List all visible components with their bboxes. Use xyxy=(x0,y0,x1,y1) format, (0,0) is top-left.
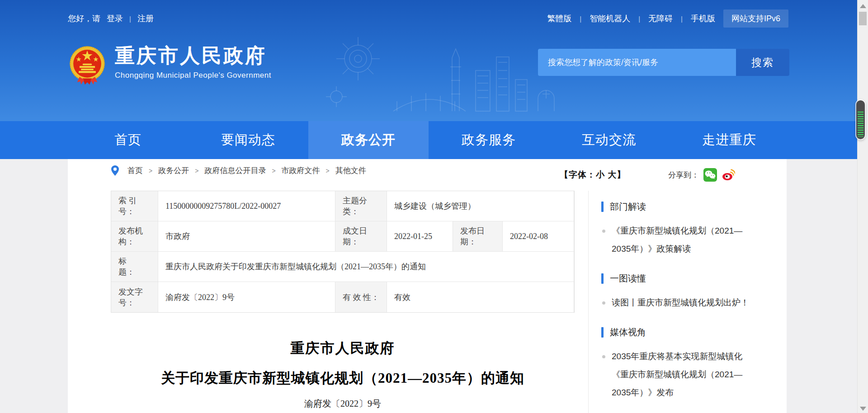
site-page: 您好，请 登录 | 注册 繁體版 | 智能机器人 | 无障碍 | 手机版 网站支… xyxy=(0,0,857,413)
font-size-suffix: 】 xyxy=(617,170,626,179)
separator: | xyxy=(681,15,683,23)
greeting-text: 您好，请 xyxy=(68,13,100,24)
register-link[interactable]: 注册 xyxy=(137,13,154,24)
nav-item-services[interactable]: 政务服务 xyxy=(429,121,549,159)
search-input[interactable] xyxy=(538,49,736,76)
sidebar-section-dept-interpretation: 部门解读 《重庆市新型城镇化规划（2021—2035年）》政策解读 xyxy=(601,201,782,258)
meta-index-value: 11500000009275780L/2022-00027 xyxy=(158,191,335,221)
crumb-city-documents[interactable]: 市政府文件 xyxy=(282,165,320,176)
section-accent-bar xyxy=(601,327,604,338)
sidebar-link[interactable]: 《重庆市新型城镇化规划（2021—2035年）》政策解读 xyxy=(612,222,751,258)
separator: | xyxy=(129,15,131,23)
section-title-text: 部门解读 xyxy=(610,201,646,213)
utility-links: 繁體版 | 智能机器人 | 无障碍 | 手机版 网站支持IPv6 xyxy=(547,9,788,28)
bullet-icon xyxy=(602,301,605,305)
section-accent-bar xyxy=(601,202,604,212)
font-larger-button[interactable]: 大 xyxy=(608,170,617,179)
document-title: 关于印发重庆市新型城镇化规划（2021—2035年）的通知 xyxy=(111,369,575,388)
sidebar-section-title: 一图读懂 xyxy=(601,272,782,285)
smart-robot-link[interactable]: 智能机器人 xyxy=(590,13,630,24)
main-nav: 首页 要闻动态 政务公开 政务服务 互动交流 走进重庆 xyxy=(0,121,857,159)
scroll-progress-widget[interactable] xyxy=(856,100,865,139)
crumb-gov-info[interactable]: 政务公开 xyxy=(158,165,189,176)
sidebar-link-item[interactable]: 读图丨重庆市新型城镇化规划出炉！ xyxy=(601,294,782,312)
font-smaller-button[interactable]: 小 xyxy=(596,170,605,179)
site-header: 您好，请 登录 | 注册 繁體版 | 智能机器人 | 无障碍 | 手机版 网站支… xyxy=(0,0,857,121)
sidebar-section-title: 媒体视角 xyxy=(601,326,782,338)
site-title: 重庆市人民政府 xyxy=(115,44,271,67)
crumb-separator: > xyxy=(149,167,152,174)
separator: | xyxy=(580,15,581,23)
login-link[interactable]: 登录 xyxy=(107,13,123,24)
content-divider xyxy=(588,191,589,413)
scroll-widget-stripes xyxy=(858,112,863,137)
accessibility-link[interactable]: 无障碍 xyxy=(648,13,673,24)
nav-item-gov-info[interactable]: 政务公开 xyxy=(308,121,429,159)
sidebar-section-media-view: 媒体视角 2035年重庆将基本实现新型城镇化 《重庆市新型城镇化规划（2021—… xyxy=(601,326,782,402)
meta-docno-label: 发文字号： xyxy=(111,282,158,312)
document-number: 渝府发〔2022〕9号 xyxy=(111,398,575,410)
share-label: 分享到： xyxy=(668,170,699,180)
browser-page: 您好，请 登录 | 注册 繁體版 | 智能机器人 | 无障碍 | 手机版 网站支… xyxy=(0,0,868,413)
related-sidebar: 部门解读 《重庆市新型城镇化规划（2021—2035年）》政策解读 一图读懂 xyxy=(601,201,782,413)
breadcrumb: 首页 > 政务公开 > 政府信息公开目录 > 市政府文件 > 其他文件 xyxy=(111,165,366,176)
ipv6-support-badge[interactable]: 网站支持IPv6 xyxy=(723,9,788,28)
mobile-version-link[interactable]: 手机版 xyxy=(691,13,715,24)
meta-topic-value: 城乡建设（城乡管理） xyxy=(387,191,574,221)
meta-written-date-value: 2022-01-25 xyxy=(387,221,453,252)
scrollbar-thumb[interactable] xyxy=(859,12,867,25)
meta-docno-value: 渝府发〔2022〕9号 xyxy=(158,282,335,312)
nav-item-interaction[interactable]: 互动交流 xyxy=(549,121,669,159)
meta-written-date-label: 成文日期： xyxy=(335,221,387,252)
font-size-control: 【字体：小 大】 xyxy=(560,169,626,181)
nav-item-news[interactable]: 要闻动态 xyxy=(188,121,308,159)
font-size-prefix: 【字体： xyxy=(560,170,596,179)
breadcrumb-row: 首页 > 政务公开 > 政府信息公开目录 > 市政府文件 > 其他文件 【字体：… xyxy=(68,165,787,186)
meta-index-label: 索 引 号： xyxy=(111,191,158,221)
crumb-home[interactable]: 首页 xyxy=(127,165,143,176)
content-background: 首页 > 政务公开 > 政府信息公开目录 > 市政府文件 > 其他文件 【字体：… xyxy=(0,159,857,413)
location-pin-icon xyxy=(111,165,119,176)
weibo-share-icon[interactable] xyxy=(722,168,735,182)
crumb-separator: > xyxy=(195,167,198,174)
sidebar-link[interactable]: 读图丨重庆市新型城镇化规划出炉！ xyxy=(612,294,751,312)
share-bar: 分享到： xyxy=(668,168,735,182)
site-logo[interactable]: 重庆市人民政府 Chongqing Municipal People's Gov… xyxy=(68,44,271,88)
sidebar-link-item[interactable]: 《重庆市新型城镇化规划（2021—2035年）》政策解读 xyxy=(601,222,782,258)
bullet-icon xyxy=(602,230,605,233)
scrollbar-down-arrow-icon[interactable] xyxy=(860,407,866,411)
nav-item-home[interactable]: 首页 xyxy=(68,121,188,159)
sidebar-link-item[interactable]: 2035年重庆将基本实现新型城镇化 《重庆市新型城镇化规划（2021—2035年… xyxy=(601,347,782,402)
meta-title-label: 标 题： xyxy=(111,252,158,282)
browser-scrollbar[interactable] xyxy=(857,0,868,413)
document-metadata-table: 索 引 号： 11500000009275780L/2022-00027 主题分… xyxy=(111,191,575,313)
wechat-share-icon[interactable] xyxy=(703,168,717,182)
crumb-separator: > xyxy=(272,167,275,174)
nav-item-about-chongqing[interactable]: 走进重庆 xyxy=(669,121,789,159)
site-title-block: 重庆市人民政府 Chongqing Municipal People's Gov… xyxy=(115,44,271,80)
section-title-text: 一图读懂 xyxy=(610,272,646,285)
crumb-info-catalog[interactable]: 政府信息公开目录 xyxy=(204,165,266,176)
meta-agency-value: 市政府 xyxy=(158,221,335,252)
site-subtitle: Chongqing Municipal People's Government xyxy=(115,71,271,80)
meta-validity-label: 有 效 性： xyxy=(335,282,387,312)
section-title-text: 媒体视角 xyxy=(610,326,646,338)
bullet-icon xyxy=(602,355,605,358)
national-emblem-icon xyxy=(68,44,107,88)
meta-agency-label: 发布机构： xyxy=(111,221,158,252)
crumb-other-documents[interactable]: 其他文件 xyxy=(335,165,366,176)
sidebar-section-infographic: 一图读懂 读图丨重庆市新型城镇化规划出炉！ xyxy=(601,272,782,312)
meta-validity-value: 有效 xyxy=(387,282,574,312)
meta-publish-date-label: 发布日期： xyxy=(453,221,503,252)
login-area: 您好，请 登录 | 注册 xyxy=(68,13,154,24)
section-accent-bar xyxy=(601,273,604,284)
scrollbar-up-arrow-icon[interactable] xyxy=(860,4,866,8)
document-heading: 重庆市人民政府 关于印发重庆市新型城镇化规划（2021—2035年）的通知 渝府… xyxy=(111,339,575,410)
traditional-chinese-link[interactable]: 繁體版 xyxy=(547,13,571,24)
main-nav-items: 首页 要闻动态 政务公开 政务服务 互动交流 走进重庆 xyxy=(68,121,789,159)
document-issuer: 重庆市人民政府 xyxy=(111,339,575,358)
meta-topic-label: 主题分类： xyxy=(335,191,387,221)
search-button[interactable]: 搜索 xyxy=(736,49,789,76)
sidebar-link[interactable]: 2035年重庆将基本实现新型城镇化 《重庆市新型城镇化规划（2021—2035年… xyxy=(612,347,751,402)
site-search: 搜索 xyxy=(538,49,789,76)
